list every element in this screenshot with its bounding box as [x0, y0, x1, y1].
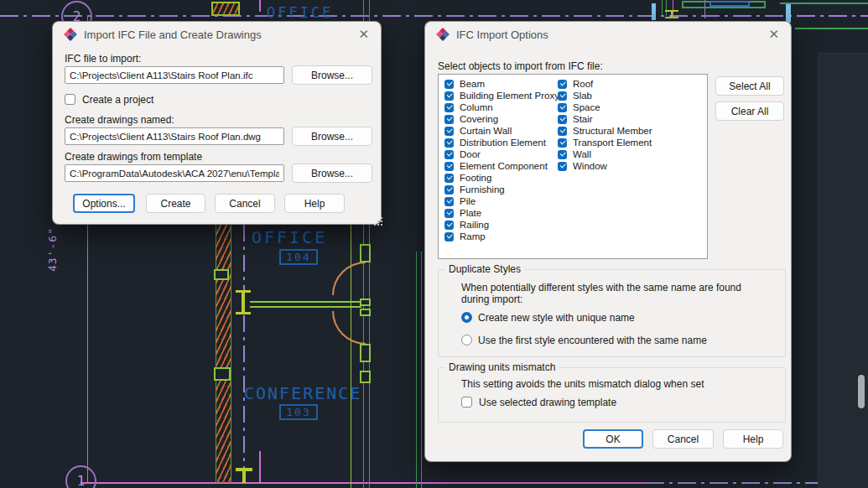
create-button[interactable]: Create [146, 194, 205, 213]
checkbox-checked-icon[interactable] [444, 80, 454, 89]
ifc-object-item[interactable]: Covering [444, 113, 559, 125]
select-all-button[interactable]: Select All [715, 76, 784, 96]
ifc-object-item[interactable]: Transport Element [558, 137, 652, 148]
options-dialog-titlebar[interactable]: IFC Import Options ✕ [425, 22, 791, 47]
cad-door-frame [360, 371, 371, 383]
ifc-object-item[interactable]: Pile [444, 195, 559, 207]
browse-template-button[interactable]: Browse... [292, 164, 372, 183]
ifc-object-item[interactable]: Plate [444, 207, 559, 219]
close-icon[interactable]: ✕ [768, 27, 779, 42]
use-template-checkbox-label: Use selected drawing template [479, 397, 616, 408]
ifc-object-label: Plate [460, 208, 481, 218]
duplicate-styles-group-label: Duplicate Styles [445, 263, 524, 275]
cad-tick-mark [786, 3, 791, 23]
ifc-object-item[interactable]: Door [444, 148, 559, 160]
checkbox-checked-icon[interactable] [444, 221, 454, 230]
ifc-object-item[interactable]: Stair [558, 113, 652, 125]
checkbox-checked-icon[interactable] [558, 138, 567, 148]
checkbox-checked-icon[interactable] [444, 127, 454, 136]
create-project-checkbox[interactable] [65, 94, 75, 105]
ifc-object-list[interactable]: BeamBuilding Element ProxyColumnCovering… [438, 74, 708, 259]
ifc-object-item[interactable]: Distribution Element [444, 137, 559, 148]
import-dialog-titlebar[interactable]: Import IFC File and Create Drawings ✕ [53, 22, 381, 47]
help-button[interactable]: Help [723, 429, 783, 449]
ifc-object-item[interactable]: Structural Member [558, 125, 652, 137]
ifc-object-label: Curtain Wall [460, 126, 512, 136]
checkbox-checked-icon[interactable] [444, 91, 454, 101]
checkbox-checked-icon[interactable] [558, 80, 567, 89]
cad-column-cap-top [211, 2, 240, 16]
help-button[interactable]: Help [284, 194, 345, 213]
cad-room-label-office: OFFICE [252, 227, 327, 247]
drawings-named-input[interactable] [65, 127, 284, 145]
cad-line-vertical [673, 0, 673, 18]
checkbox-checked-icon[interactable] [444, 150, 454, 159]
cad-line-vertical-bottom [259, 451, 261, 483]
ifc-object-item[interactable]: Ramp [444, 231, 559, 242]
resize-grip[interactable] [374, 217, 376, 219]
use-template-checkbox[interactable] [461, 397, 472, 408]
ifc-object-item[interactable]: Column [444, 101, 559, 113]
select-objects-label: Select objects to import from IFC file: [438, 60, 603, 72]
options-button[interactable]: Options... [73, 194, 135, 213]
ifc-object-item[interactable]: Beam [444, 78, 559, 90]
grid-bubble-1[interactable]: 1 [65, 465, 96, 488]
ok-button[interactable]: OK [583, 429, 643, 449]
radio-create-new-style-label: Create new style with unique name [478, 312, 635, 324]
checkbox-checked-icon[interactable] [444, 162, 454, 171]
clear-all-button[interactable]: Clear All [715, 101, 784, 121]
browse-ifc-button[interactable]: Browse... [292, 65, 372, 85]
checkbox-checked-icon[interactable] [444, 174, 454, 183]
right-panel [818, 53, 868, 488]
checkbox-checked-icon[interactable] [558, 127, 567, 136]
ifc-object-item[interactable]: Wall [558, 148, 652, 160]
ifc-object-item[interactable]: Curtain Wall [444, 125, 559, 137]
ifc-object-item[interactable]: Railing [444, 219, 559, 231]
cad-room-label-conference: CONFERENCE [244, 383, 361, 403]
template-input[interactable] [65, 164, 284, 182]
ifc-object-item[interactable]: Window [558, 160, 652, 172]
browse-drawings-button[interactable]: Browse... [292, 127, 372, 146]
ifc-object-item[interactable]: Slab [558, 90, 652, 101]
checkbox-checked-icon[interactable] [444, 138, 454, 148]
ifc-object-item[interactable]: Footing [444, 172, 559, 184]
cancel-button[interactable]: Cancel [652, 429, 714, 449]
ifc-object-label: Roof [573, 79, 593, 89]
radio-create-new-style[interactable] [461, 312, 472, 323]
ifc-object-item[interactable]: Furnishing [444, 184, 559, 195]
checkbox-checked-icon[interactable] [444, 197, 454, 206]
cad-wall-line-bottom [81, 482, 647, 484]
ifc-object-item[interactable]: Space [558, 101, 652, 113]
checkbox-checked-icon[interactable] [444, 185, 454, 195]
ifc-object-item[interactable]: Roof [558, 78, 652, 90]
ifc-object-label: Pile [460, 196, 476, 206]
cad-centerline-vertical [243, 225, 245, 483]
checkbox-checked-icon[interactable] [444, 115, 454, 124]
cad-wall-vertical [416, 252, 417, 488]
checkbox-checked-icon[interactable] [444, 232, 454, 241]
checkbox-checked-icon[interactable] [444, 103, 454, 112]
cad-door-swing-upper [332, 262, 366, 295]
checkbox-checked-icon[interactable] [558, 162, 567, 171]
cad-room-number-103: 103 [279, 404, 318, 420]
cad-wall-vertical [363, 0, 364, 21]
checkbox-checked-icon[interactable] [558, 91, 567, 101]
ifc-object-item[interactable]: Building Element Proxy [444, 90, 559, 101]
cad-room-outline [709, 1, 750, 7]
import-dialog-title: Import IFC File and Create Drawings [84, 29, 262, 41]
cad-door-hinge [360, 309, 371, 316]
checkbox-checked-icon[interactable] [444, 209, 454, 218]
cad-wall-vertical [421, 252, 422, 488]
ifc-object-item[interactable]: Element Component [444, 160, 559, 172]
ifc-object-label: Covering [460, 114, 498, 124]
cancel-button[interactable]: Cancel [215, 194, 275, 213]
cad-wall-horizontal [780, 3, 868, 4]
checkbox-checked-icon[interactable] [558, 103, 567, 112]
ifc-object-label: Structural Member [573, 126, 652, 136]
ifc-file-input[interactable] [65, 66, 284, 84]
checkbox-checked-icon[interactable] [558, 115, 567, 124]
checkbox-checked-icon[interactable] [558, 150, 567, 159]
close-icon[interactable]: ✕ [358, 27, 369, 42]
right-scrollbar-thumb[interactable] [858, 375, 865, 408]
radio-use-first-style[interactable] [461, 335, 472, 345]
